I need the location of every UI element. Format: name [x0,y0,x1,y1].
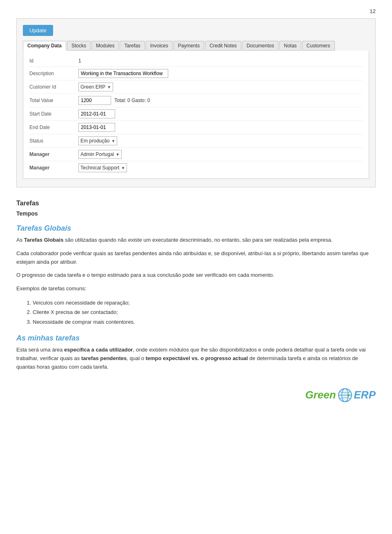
total-value-label: Total Value [29,98,78,103]
tab-company-data[interactable]: Company Data [23,41,66,51]
manager1-arrow-icon: ▼ [116,152,120,157]
tab-invoices[interactable]: Invoices [146,41,173,51]
list-item: Cliente X precisa de ser contactado; [33,307,376,317]
tabs-row: Company Data Stocks Modules Tarefas Invo… [23,41,369,51]
form-row-customer-id: Customer Id Green ERP ▼ [29,80,363,94]
para4: Esta será uma área específica a cada uti… [16,346,376,371]
total-value-value: Total: 0 Gasto: 0 [78,96,363,105]
tab-tarefas[interactable]: Tarefas [120,41,145,51]
logo-area: Green ERP [305,388,376,403]
update-button[interactable]: Update [23,25,53,36]
id-text: 1 [78,58,81,64]
manager2-text: Technical Support [80,165,119,171]
end-date-value [78,123,363,132]
ui-panel: Update Company Data Stocks Modules Taref… [16,18,376,187]
manager2-value: Technical Support ▼ [78,163,363,172]
tab-payments[interactable]: Payments [174,41,204,51]
manager1-text: Admin Portugal [80,151,114,157]
manager2-label: Manager [29,165,78,171]
start-date-label: Start Date [29,111,78,117]
content-section: Tarefas Tempos Tarefas Globais As Tarefa… [16,200,376,372]
end-date-label: End Date [29,125,78,130]
form-row-id: Id 1 [29,55,363,67]
exemplos-label: Exemplos de tarefas comuns: [16,285,376,293]
id-label: Id [29,58,78,64]
para2: Cada colaborador pode verificar quais as… [16,249,376,267]
status-select[interactable]: Em produção ▼ [78,136,117,145]
manager1-select[interactable]: Admin Portugal ▼ [78,150,122,159]
list-items: Veículos com necessidade de reparação; C… [33,298,376,327]
tab-stocks[interactable]: Stocks [67,41,91,51]
manager1-value: Admin Portugal ▼ [78,150,363,159]
page-number: 12 [16,8,376,14]
logo-globe-icon [338,388,352,403]
manager2-arrow-icon: ▼ [121,166,125,170]
tarefas-globais-title: Tarefas Globais [16,224,376,233]
end-date-input[interactable] [78,123,115,132]
id-value: 1 [78,58,363,64]
status-text: Em produção [80,138,109,144]
para1: As Tarefas Globais são utilizadas quando… [16,236,376,245]
customer-id-select[interactable]: Green ERP ▼ [78,82,113,91]
start-date-input[interactable] [78,109,115,118]
status-arrow-icon: ▼ [111,139,115,143]
form-row-total-value: Total Value Total: 0 Gasto: 0 [29,94,363,107]
tab-credit-notes[interactable]: Credit Notes [205,41,241,51]
logo-erp-text: ERP [354,389,376,401]
description-label: Description [29,71,78,76]
tab-modules[interactable]: Modules [91,41,119,51]
customer-id-arrow-icon: ▼ [107,85,111,89]
tempos-heading: Tempos [16,210,376,217]
form-row-status: Status Em produção ▼ [29,134,363,148]
manager1-label: Manager [29,151,78,157]
form-row-end-date: End Date [29,121,363,134]
tarefas-heading: Tarefas [16,200,376,207]
start-date-value [78,109,363,118]
status-value: Em produção ▼ [78,136,363,145]
total-value-input[interactable] [78,96,111,105]
form-row-start-date: Start Date [29,107,363,121]
total-info-text: Total: 0 Gasto: 0 [114,98,150,103]
form-row-description: Description [29,67,363,80]
list-item: Veículos com necessidade de reparação; [33,298,376,307]
minhas-tarefas-title: As minhas tarefas [16,334,376,343]
logo-green-text: Green [305,389,336,401]
customer-id-label: Customer Id [29,84,78,90]
description-input[interactable] [78,69,168,78]
status-label: Status [29,138,78,144]
tab-documentos[interactable]: Documentos [242,41,278,51]
para3: O progresso de cada tarefa e o tempo est… [16,271,376,280]
customer-id-value: Green ERP ▼ [78,82,363,91]
customer-id-text: Green ERP [80,84,105,90]
manager2-select[interactable]: Technical Support ▼ [78,163,127,172]
form-area: Id 1 Description Customer Id Green ERP ▼ [23,51,369,179]
description-value [78,69,363,78]
tab-notas[interactable]: Notas [279,41,301,51]
footer: Green ERP [16,384,376,403]
tab-customers[interactable]: Customers [302,41,335,51]
list-item: Necessidade de comprar mais contentores. [33,317,376,327]
form-row-manager2: Manager Technical Support ▼ [29,161,363,174]
form-row-manager1: Manager Admin Portugal ▼ [29,148,363,161]
